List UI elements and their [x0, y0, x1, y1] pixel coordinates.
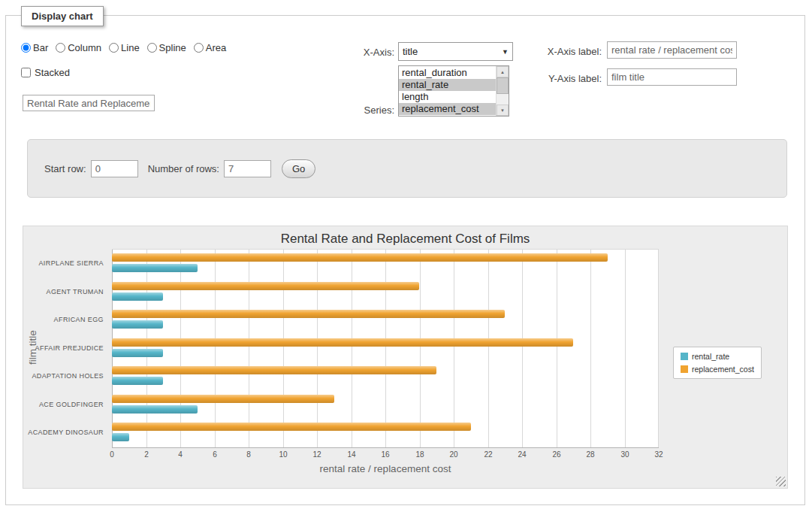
series-listbox[interactable]: rental_durationrental_ratelengthreplacem… [398, 65, 509, 117]
x-axis-label-input[interactable] [607, 41, 737, 59]
x-axis-selected-value: title [403, 46, 418, 57]
bar-replacement_cost [112, 423, 471, 431]
bar-replacement_cost [112, 366, 436, 374]
x-axis-select[interactable]: title ▼ [398, 42, 513, 61]
fieldset-legend: Display chart [21, 6, 104, 26]
category-label: AFFAIR PREJUDICE [23, 334, 108, 362]
gridline [454, 250, 454, 447]
gridline [283, 250, 284, 447]
bar-rental_rate [112, 377, 163, 385]
radio-label: Column [68, 42, 101, 53]
chart-type-option-line[interactable]: Line [109, 42, 140, 53]
x-tick-labels: 02468101214161820222426283032 [112, 450, 659, 459]
x-tick-label: 30 [614, 450, 636, 459]
chevron-down-icon: ▼ [502, 48, 509, 56]
x-axis-select-label: X-Axis: [323, 47, 394, 58]
chart-type-option-spline[interactable]: Spline [147, 42, 186, 53]
gridline [180, 250, 181, 447]
bar-rental_rate [112, 349, 163, 357]
series-option-replacement_cost[interactable]: replacement_cost [399, 103, 496, 115]
scroll-down-button[interactable]: ▼ [497, 105, 509, 116]
plot-area [112, 249, 659, 448]
x-axis-title: rental rate / replacement cost [112, 463, 659, 474]
radio-line[interactable] [109, 43, 119, 53]
gridline [522, 250, 523, 447]
stacked-checkbox[interactable] [21, 68, 31, 77]
x-tick-label: 20 [442, 450, 465, 459]
x-tick-label: 10 [272, 450, 294, 459]
scroll-up-button[interactable]: ▲ [497, 66, 509, 77]
chart-legend: rental_ratereplacement_cost [673, 347, 762, 379]
chart-title: Rental Rate and Replacement Cost of Film… [23, 232, 787, 247]
bar-rental_rate [112, 264, 198, 272]
chart-type-option-column[interactable]: Column [56, 42, 101, 53]
y-axis-label-label: Y-Axis label: [518, 73, 602, 84]
series-option-length[interactable]: length [399, 91, 496, 103]
x-tick-label: 6 [204, 450, 226, 459]
gridline [557, 250, 557, 447]
chart-type-option-bar[interactable]: Bar [21, 42, 48, 53]
gridline [317, 250, 318, 447]
legend-label: rental_rate [692, 352, 729, 361]
num-rows-input[interactable] [224, 160, 271, 177]
series-option-rental_rate[interactable]: rental_rate [399, 79, 496, 91]
x-tick-label: 4 [169, 450, 192, 459]
series-option-rental_duration[interactable]: rental_duration [399, 67, 496, 79]
radio-area[interactable] [194, 43, 204, 53]
chart-type-options: BarColumnLineSplineArea [21, 42, 226, 53]
gridline [420, 250, 421, 447]
row-range-panel: Start row: Number of rows: Go [27, 139, 787, 198]
legend-swatch [681, 365, 688, 373]
gridline [249, 250, 249, 447]
start-row-input[interactable] [91, 160, 138, 177]
scroll-thumb[interactable] [497, 77, 509, 94]
stacked-checkbox-row[interactable]: Stacked [21, 67, 70, 78]
gridline [215, 250, 216, 447]
gridline [658, 250, 659, 447]
go-button[interactable]: Go [282, 159, 315, 178]
x-tick-label: 18 [409, 450, 431, 459]
gridline [488, 250, 489, 447]
x-axis-label-label: X-Axis label: [518, 46, 602, 57]
radio-label: Spline [159, 42, 186, 53]
resize-handle[interactable] [776, 477, 786, 486]
chart-title-input[interactable] [23, 95, 155, 111]
x-tick-label: 24 [511, 450, 533, 459]
x-tick-label: 0 [101, 450, 123, 459]
category-label: ACE GOLDFINGER [23, 390, 108, 419]
y-axis-label-input[interactable] [607, 68, 737, 86]
x-tick-label: 28 [579, 450, 602, 459]
legend-item-replacement_cost[interactable]: replacement_cost [681, 365, 754, 374]
gridline [352, 250, 352, 447]
series-options: rental_durationrental_ratelengthreplacem… [399, 66, 496, 116]
category-label: AGENT TRUMAN [23, 277, 108, 306]
gridline [625, 250, 626, 447]
chart-panel: Rental Rate and Replacement Cost of Film… [23, 226, 788, 489]
category-label: ADAPTATION HOLES [23, 362, 108, 390]
gridline [590, 250, 591, 447]
bar-replacement_cost [112, 253, 608, 262]
radio-bar[interactable] [21, 43, 31, 53]
series-scrollbar[interactable]: ▲ ▼ [496, 66, 509, 116]
bar-rental_rate [112, 405, 198, 414]
x-tick-label: 16 [374, 450, 397, 459]
x-tick-label: 22 [477, 450, 500, 459]
bar-rental_rate [112, 320, 163, 329]
category-axis-labels: AIRPLANE SIERRAAGENT TRUMANAFRICAN EGGAF… [23, 249, 108, 447]
bar-rental_rate [112, 433, 129, 441]
legend-item-rental_rate[interactable]: rental_rate [681, 352, 754, 361]
num-rows-label: Number of rows: [148, 163, 219, 174]
radio-spline[interactable] [147, 43, 157, 53]
category-label: AFRICAN EGG [23, 305, 108, 334]
category-label: ACADEMY DINOSAUR [23, 418, 108, 447]
bar-replacement_cost [112, 282, 419, 290]
x-tick-label: 14 [340, 450, 363, 459]
x-tick-label: 12 [306, 450, 328, 459]
chart-type-option-area[interactable]: Area [194, 42, 226, 53]
legend-label: replacement_cost [692, 365, 754, 374]
bar-replacement_cost [112, 338, 573, 347]
x-tick-label: 8 [237, 450, 260, 459]
radio-column[interactable] [56, 43, 65, 53]
series-label: Series: [323, 105, 394, 116]
bar-rental_rate [112, 292, 163, 301]
